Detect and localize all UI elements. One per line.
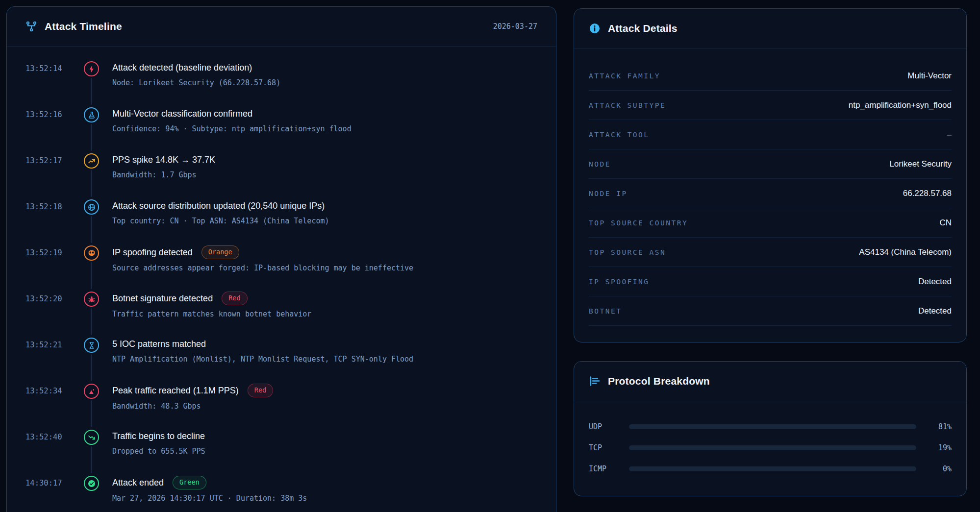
event-body: Attack ended Green Mar 27, 2026 14:30:17…	[99, 476, 537, 512]
event-icon-column	[84, 338, 99, 384]
timeline-connector	[91, 262, 92, 289]
detail-value: ntp_amplification+syn_flood	[849, 100, 952, 110]
event-time: 13:52:16	[25, 107, 84, 153]
details-row: TOP SOURCE ASN AS4134 (China Telecom)	[589, 238, 952, 267]
event-time: 13:52:20	[25, 292, 84, 338]
timeline-event: 13:52:21 5 IOC patterns matched NTP Ampl…	[25, 338, 537, 384]
details-row: ATTACK TOOL –	[589, 120, 952, 149]
event-subtitle: Bandwidth: 1.7 Gbps	[112, 171, 537, 179]
timeline-event-list[interactable]: 13:52:14 Attack detected (baseline devia…	[7, 47, 556, 512]
timeline-connector	[91, 78, 92, 105]
protocol-bar-track	[629, 466, 916, 471]
protocol-row: TCP 19%	[589, 437, 952, 458]
event-time: 14:30:17	[25, 476, 84, 512]
protocol-percent: 0%	[930, 464, 952, 473]
timeline-date: 2026-03-27	[493, 22, 537, 31]
event-time: 13:52:21	[25, 338, 84, 384]
detail-value: Detected	[918, 277, 952, 287]
severity-badge: Red	[222, 292, 247, 305]
attack-details-panel: Attack Details ATTACK FAMILY Multi-Vecto…	[574, 8, 967, 342]
details-header: Attack Details	[574, 9, 966, 49]
event-icon-column	[84, 292, 99, 338]
detail-value: –	[947, 130, 952, 140]
detail-label: IP SPOOFING	[589, 278, 650, 286]
protocol-bar-list: UDP 81% TCP 19% ICMP 0%	[574, 401, 966, 479]
event-icon-column	[84, 476, 99, 512]
protocol-percent: 19%	[930, 443, 952, 452]
severity-badge: Red	[248, 384, 273, 397]
event-body: Attack source distribution updated (20,5…	[99, 199, 537, 245]
detail-label: TOP SOURCE ASN	[589, 248, 666, 256]
protocol-row: ICMP 0%	[589, 458, 952, 479]
event-subtitle: Source addresses appear forged: IP-based…	[112, 264, 537, 272]
protocol-bar-track	[629, 424, 916, 429]
timeline-event: 13:52:40 Traffic begins to decline Dropp…	[25, 430, 537, 476]
detail-label: TOP SOURCE COUNTRY	[589, 219, 688, 227]
timeline-header: Attack Timeline 2026-03-27	[7, 7, 556, 47]
event-subtitle: Mar 27, 2026 14:30:17 UTC · Duration: 38…	[112, 494, 537, 503]
event-subtitle: Dropped to 655.5K PPS	[112, 447, 537, 456]
protocol-label: TCP	[589, 443, 629, 452]
details-row: ATTACK SUBTYPE ntp_amplification+syn_flo…	[589, 91, 952, 120]
event-title: Attack detected (baseline deviation)	[112, 61, 252, 74]
event-icon-column	[84, 107, 99, 153]
bar-chart-icon	[589, 375, 601, 387]
timeline-connector	[91, 354, 92, 381]
detail-value: Detected	[918, 306, 952, 316]
detail-label: NODE IP	[589, 190, 628, 197]
timeline-event: 13:52:17 PPS spike 14.8K → 37.7K Bandwid…	[25, 153, 537, 199]
info-icon	[589, 23, 601, 34]
event-body: Traffic begins to decline Dropped to 655…	[99, 430, 537, 476]
details-row: ATTACK FAMILY Multi-Vector	[589, 61, 952, 91]
details-row-list: ATTACK FAMILY Multi-Vector ATTACK SUBTYP…	[574, 49, 966, 326]
event-title: Botnet signature detected	[112, 292, 213, 305]
trending-down-icon	[84, 430, 99, 445]
protocol-percent: 81%	[930, 422, 952, 431]
event-title: Peak traffic reached (1.1M PPS)	[112, 384, 239, 397]
event-body: Botnet signature detected Red Traffic pa…	[99, 292, 537, 338]
detail-label: ATTACK TOOL	[589, 131, 650, 139]
severity-badge: Green	[173, 476, 206, 489]
detail-label: ATTACK FAMILY	[589, 72, 660, 80]
timeline-event: 14:30:17 Attack ended Green Mar 27, 2026…	[25, 476, 537, 512]
event-body: 5 IOC patterns matched NTP Amplification…	[99, 338, 537, 384]
event-title: Traffic begins to decline	[112, 430, 205, 442]
event-icon-column	[84, 245, 99, 292]
detail-label: ATTACK SUBTYPE	[589, 101, 666, 109]
event-subtitle: Node: Lorikeet Security (66.228.57.68)	[112, 78, 537, 87]
detail-value: Multi-Vector	[907, 71, 952, 81]
timeline-connector	[91, 400, 92, 427]
event-title: Attack ended	[112, 476, 164, 489]
event-subtitle: NTP Amplification (Monlist), NTP Monlist…	[112, 355, 537, 364]
details-row: NODE IP 66.228.57.68	[589, 179, 952, 208]
timeline-connector	[91, 216, 92, 243]
details-row: TOP SOURCE COUNTRY CN	[589, 208, 952, 238]
event-body: Multi-Vector classification confirmed Co…	[99, 107, 537, 153]
hourglass-icon	[84, 338, 99, 353]
event-title: Multi-Vector classification confirmed	[112, 107, 252, 120]
detail-value: CN	[939, 218, 952, 228]
event-title: Attack source distribution updated (20,5…	[112, 199, 325, 212]
timeline-connector	[91, 170, 92, 197]
bug-icon	[84, 292, 99, 307]
timeline-connector	[91, 446, 92, 473]
details-row: NODE Lorikeet Security	[589, 149, 952, 179]
timeline-connector	[91, 308, 92, 335]
event-icon-column	[84, 61, 99, 107]
timeline-event: 13:52:20 Botnet signature detected Red T…	[25, 292, 537, 338]
event-body: Peak traffic reached (1.1M PPS) Red Band…	[99, 384, 537, 430]
detail-value: 66.228.57.68	[903, 189, 952, 198]
peak-icon	[84, 384, 99, 399]
zap-icon	[84, 61, 99, 76]
panel-title: Attack Details	[608, 23, 678, 34]
protocol-bar-track	[629, 445, 916, 450]
panel-title: Protocol Breakdown	[608, 375, 710, 387]
event-icon-column	[84, 153, 99, 199]
event-body: IP spoofing detected Orange Source addre…	[99, 245, 537, 292]
event-body: Attack detected (baseline deviation) Nod…	[99, 61, 537, 107]
attack-timeline-panel: Attack Timeline 2026-03-27 13:52:14 Atta…	[6, 6, 556, 512]
details-row: IP SPOOFING Detected	[589, 267, 952, 296]
event-subtitle: Confidence: 94% · Subtype: ntp_amplifica…	[112, 124, 537, 133]
event-title: PPS spike 14.8K → 37.7K	[112, 153, 215, 166]
detail-label: NODE	[589, 160, 611, 168]
